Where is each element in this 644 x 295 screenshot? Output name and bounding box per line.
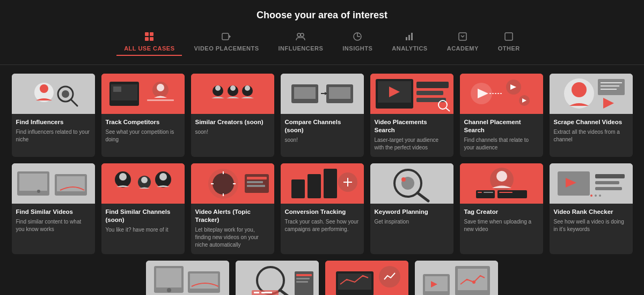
svg-rect-13: [411, 33, 413, 40]
svg-rect-0: [145, 32, 149, 36]
nav-item-other[interactable]: OTHER: [491, 28, 528, 56]
card-desc: Find influencers related to your niche: [16, 128, 91, 143]
card-keyword-planning[interactable]: Keyword Planning Get inspiration: [370, 163, 453, 254]
svg-point-71: [37, 190, 40, 193]
svg-point-33: [230, 85, 236, 91]
card-title: Keyword Planning: [375, 208, 449, 216]
svg-point-21: [62, 90, 69, 98]
svg-point-120: [599, 195, 601, 197]
svg-rect-107: [476, 190, 495, 198]
svg-rect-116: [595, 181, 619, 184]
video-icon: [222, 32, 231, 43]
svg-rect-109: [478, 192, 482, 193]
card-image-find-influencers: [12, 74, 95, 114]
svg-point-7: [301, 33, 304, 37]
card-image-compare-channels: [281, 74, 364, 114]
nav-item-influencers[interactable]: INFLUENCERS: [271, 28, 331, 56]
svg-rect-108: [497, 190, 527, 198]
card-title: Channel Placement Search: [464, 118, 539, 134]
card-video-placements-search[interactable]: Video Placements Search Laser-target you…: [370, 74, 453, 157]
card-similar-creators[interactable]: Similar Creators (soon) soon!: [191, 74, 274, 157]
card-scrape-channel-videos[interactable]: Scrape Channel Videos Extract all the vi…: [550, 74, 633, 157]
card-title: Similar Creators (soon): [195, 118, 270, 126]
card-find-similar-channels[interactable]: Find Similar Channels (soon) You like it…: [101, 163, 185, 254]
svg-point-62: [572, 82, 587, 97]
svg-rect-49: [416, 98, 446, 102]
card-find-similar-videos[interactable]: Find Similar Videos Find similar content…: [12, 163, 95, 254]
svg-point-78: [141, 177, 148, 183]
card-desc: Get inspiration: [375, 218, 449, 226]
card-image-track-video-performance: [325, 261, 408, 295]
svg-point-103: [401, 177, 406, 182]
svg-point-106: [496, 171, 507, 182]
card-video-alerts[interactable]: Video Alerts (Topic Tracker) Let bitepla…: [191, 163, 274, 254]
card-title: Video Placements Search: [375, 118, 449, 134]
card-title: Find Similar Channels (soon): [106, 208, 180, 224]
card-video-rank-checker[interactable]: Video Rank Checker See how well a video …: [550, 163, 633, 254]
nav-label-influencers: INFLUENCERS: [279, 45, 324, 52]
svg-rect-47: [416, 82, 449, 88]
card-compare-channels[interactable]: Compare Channels (soon) soon!: [281, 74, 364, 157]
svg-rect-136: [296, 281, 308, 283]
svg-rect-1: [150, 32, 153, 36]
svg-point-80: [159, 173, 167, 181]
academy-icon: [458, 32, 467, 43]
svg-point-6: [297, 33, 301, 37]
svg-rect-123: [156, 268, 181, 287]
svg-rect-95: [324, 169, 337, 198]
nav-label-video: VIDEO PLACEMENTS: [194, 45, 259, 52]
card-channel-placement-search[interactable]: Channel Placement Search Find channels t…: [460, 74, 543, 157]
card-title: Find Similar Videos: [16, 208, 91, 216]
card-desc: See what your competition is doing: [106, 128, 180, 143]
card-find-influencers[interactable]: Find Influencers Find influencers relate…: [12, 74, 95, 157]
card-track-channel-performance[interactable]: Track Channel Performance See how a chan…: [415, 261, 498, 295]
svg-point-118: [590, 195, 592, 197]
nav-item-all-use-cases[interactable]: ALL USE CASES: [116, 28, 182, 56]
card-title: Conversion Tracking: [285, 208, 360, 216]
svg-point-31: [215, 85, 221, 91]
svg-rect-73: [57, 176, 85, 191]
grid-icon: [144, 32, 154, 43]
card-similar-videos[interactable]: Similar Videos Find similar content to w…: [146, 261, 229, 295]
svg-rect-111: [499, 192, 513, 193]
card-desc: Laser-target your audience with the perf…: [375, 136, 449, 152]
card-conversion-tracking[interactable]: Conversion Tracking Track your cash. See…: [281, 163, 364, 254]
svg-rect-70: [19, 174, 47, 191]
svg-rect-89: [247, 177, 267, 179]
card-videos-by-keywords[interactable]: Videos by Keywords Find videos related t…: [236, 261, 319, 295]
card-desc: Find channels that relate to your audien…: [464, 136, 539, 152]
card-image-video-placements-search: [370, 74, 453, 114]
card-tag-creator[interactable]: Tag Creator Save time when uploading a n…: [460, 163, 543, 254]
svg-rect-12: [408, 35, 410, 40]
svg-rect-110: [484, 192, 493, 193]
card-image-track-competitors: [101, 74, 185, 114]
card-image-find-similar-channels: [101, 163, 185, 204]
nav-item-insights[interactable]: INSIGHTS: [335, 28, 380, 56]
card-image-track-channel-performance: [415, 261, 498, 295]
nav-item-analytics[interactable]: ANALYTICS: [384, 28, 435, 56]
card-image-similar-videos: [146, 261, 229, 295]
page-title: Choose your area of interest: [0, 0, 644, 28]
card-track-competitors[interactable]: Track Competitors See what your competit…: [101, 74, 185, 157]
svg-rect-63: [598, 79, 625, 95]
nav-item-video-placements[interactable]: VIDEO PLACEMENTS: [186, 28, 266, 56]
influencers-icon: [296, 32, 305, 43]
svg-rect-25: [113, 87, 121, 92]
card-image-find-similar-videos: [12, 163, 95, 204]
card-image-tag-creator: [460, 163, 543, 204]
card-desc: Let biteplay work for you, finding new v…: [195, 226, 270, 249]
card-track-video-performance[interactable]: Track Video Performance Keep track of ho…: [325, 261, 408, 295]
nav-item-academy[interactable]: ACADEMY: [440, 28, 486, 56]
svg-rect-94: [308, 174, 321, 198]
nav-label-all: ALL USE CASES: [124, 45, 174, 52]
svg-point-124: [167, 288, 171, 292]
card-title: Tag Creator: [464, 208, 539, 216]
svg-rect-117: [595, 187, 622, 190]
svg-rect-115: [595, 174, 625, 178]
svg-point-147: [472, 280, 475, 284]
svg-rect-2: [145, 37, 149, 41]
card-desc: soon!: [195, 128, 270, 136]
svg-point-83: [213, 173, 234, 195]
cards-container: Find Influencers Find influencers relate…: [0, 65, 644, 295]
svg-rect-28: [147, 99, 174, 101]
